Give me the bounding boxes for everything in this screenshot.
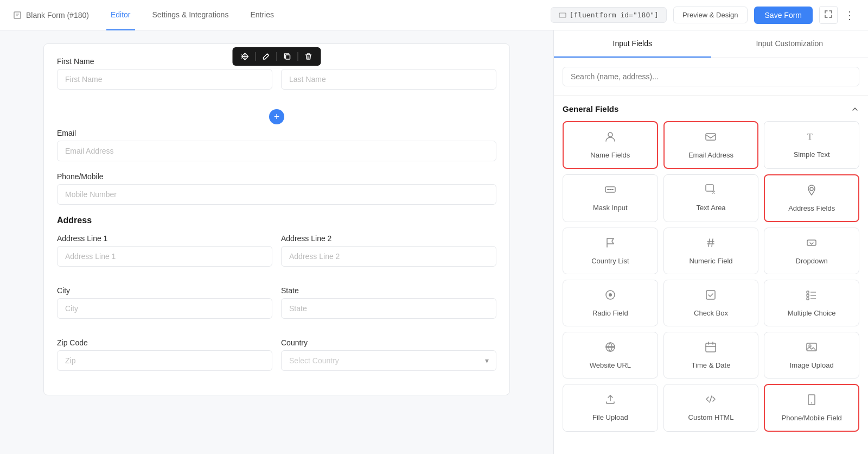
zip-input[interactable] [57,350,272,371]
svg-text:T: T [807,132,813,141]
field-card-check-box[interactable]: Check Box [663,280,759,326]
preview-button[interactable]: Preview & Design [673,7,748,23]
field-card-time-date[interactable]: Time & Date [663,332,759,379]
addr1-input[interactable] [57,246,272,267]
radio-icon [604,289,616,304]
svg-rect-9 [706,185,713,191]
panel-search-area [554,58,868,96]
toolbar-copy-btn[interactable] [280,51,295,62]
email-input[interactable] [57,141,496,161]
top-nav: Blank Form (#180) Editor Settings & Inte… [0,0,868,30]
field-search-input[interactable] [563,67,859,86]
state-input[interactable] [281,298,496,319]
textarea-icon [705,184,717,198]
toolbar-edit-btn[interactable] [259,51,273,62]
field-card-address-fields[interactable]: Address Fields [764,174,859,222]
field-card-custom-html[interactable]: Custom HTML [663,384,759,432]
addr2-input[interactable] [281,246,496,267]
svg-rect-0 [14,12,21,18]
field-card-label-phone-mobile-field: Phone/Mobile Field [782,414,842,422]
field-card-label-country-list: Country List [591,257,629,265]
tab-editor[interactable]: Editor [106,0,135,30]
main-layout: First Name Last Name + Email Phone/Mo [0,30,868,454]
email-icon [705,131,717,146]
field-card-label-numeric-field: Numeric Field [689,257,732,265]
toolbar-divider-1 [256,52,256,61]
svg-rect-15 [807,291,809,293]
field-card-label-dropdown: Dropdown [796,257,828,265]
tab-input-customization[interactable]: Input Customization [711,30,869,58]
add-field-button[interactable]: + [269,109,284,124]
fields-grid: Name FieldsEmail AddressTSimple TextMask… [563,121,859,432]
field-card-name-fields[interactable]: Name Fields [563,121,658,169]
toolbar-delete-btn[interactable] [302,51,316,62]
svg-point-13 [609,293,612,297]
editor-area: First Name Last Name + Email Phone/Mo [0,30,553,454]
upload-icon [604,393,616,408]
field-card-label-website-url: Website URL [590,361,631,369]
zip-label: Zip Code [57,338,272,347]
tab-entries[interactable]: Entries [246,0,278,30]
field-card-mask-input[interactable]: Mask Input [563,174,658,222]
svg-rect-17 [807,298,809,300]
more-button[interactable]: ⋮ [844,9,855,22]
edit-icon [263,53,270,60]
address-lines-row: Address Line 1 Address Line 2 [57,234,496,278]
tab-settings[interactable]: Settings & Integrations [148,0,233,30]
general-fields-title: General Fields [563,104,618,114]
svg-point-24 [809,345,811,347]
country-select[interactable]: Select Country [281,350,496,371]
toolbar-move-btn[interactable] [238,51,252,62]
field-card-label-name-fields: Name Fields [590,151,630,159]
name-row: First Name Last Name [57,57,496,100]
panel-tabs: Input Fields Input Customization [554,30,868,58]
first-name-input[interactable] [57,69,272,90]
field-card-website-url[interactable]: Website URL [563,332,658,379]
expand-button[interactable] [819,6,838,24]
field-card-image-upload[interactable]: Image Upload [764,332,859,379]
location-icon [806,184,818,199]
zip-country-row: Zip Code Country Select Country [57,338,496,382]
field-card-text-area[interactable]: Text Area [663,174,759,222]
form-icon [13,11,22,20]
field-card-file-upload[interactable]: File Upload [563,384,658,432]
flag-icon [604,237,616,251]
last-name-input[interactable] [281,69,496,90]
field-card-label-text-area: Text Area [696,204,725,212]
field-card-numeric-field[interactable]: Numeric Field [663,228,759,274]
toolbar-divider-3 [298,52,298,61]
field-card-label-multiple-choice: Multiple Choice [788,309,836,317]
addr2-group: Address Line 2 [281,234,496,267]
person-icon [604,131,616,146]
fields-scroll-area: General Fields Name FieldsEmail AddressT… [554,96,868,454]
city-label: City [57,286,272,295]
form-container: First Name Last Name + Email Phone/Mo [43,43,510,395]
general-fields-header: General Fields [563,104,859,114]
state-label: State [281,286,496,295]
tab-input-fields[interactable]: Input Fields [554,30,711,58]
field-card-simple-text[interactable]: TSimple Text [764,121,859,169]
move-icon [241,53,249,60]
collapse-icon[interactable] [851,105,859,114]
city-input[interactable] [57,298,272,319]
delete-icon [305,53,312,60]
field-card-label-time-date: Time & Date [692,361,731,369]
checkbox-icon [705,289,717,304]
save-button[interactable]: Save Form [754,7,813,24]
toolbar-divider-2 [277,52,277,61]
field-card-label-custom-html: Custom HTML [688,413,734,421]
country-select-wrapper: Select Country [281,350,496,371]
svg-point-21 [606,343,615,351]
addr2-label: Address Line 2 [281,234,496,243]
field-card-radio-field[interactable]: Radio Field [563,280,658,326]
field-card-country-list[interactable]: Country List [563,228,658,274]
text-icon: T [806,130,818,145]
field-card-email-address[interactable]: Email Address [663,121,759,169]
country-label: Country [281,338,496,347]
field-card-phone-mobile-field[interactable]: Phone/Mobile Field [764,384,859,432]
field-card-dropdown[interactable]: Dropdown [764,228,859,274]
addr1-label: Address Line 1 [57,234,272,243]
field-card-multiple-choice[interactable]: Multiple Choice [764,280,859,326]
phone-input[interactable] [57,184,496,205]
field-card-label-simple-text: Simple Text [794,150,830,159]
